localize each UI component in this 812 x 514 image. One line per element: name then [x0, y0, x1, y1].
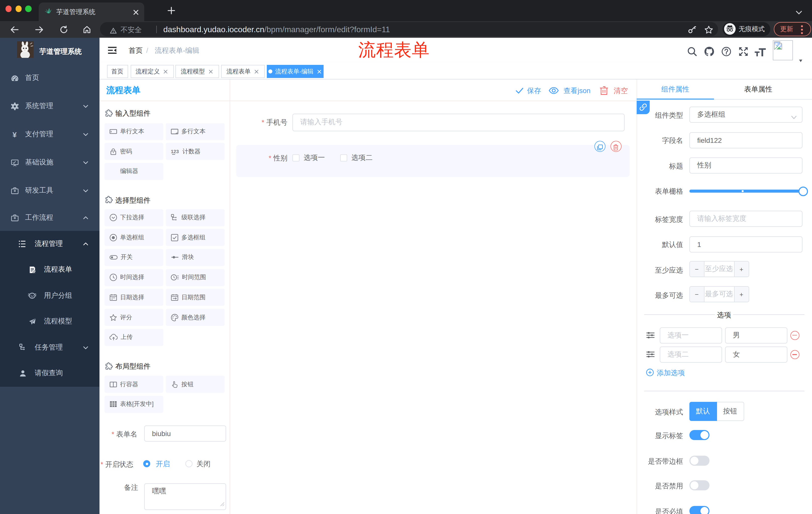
svg-text:123: 123 — [171, 148, 179, 154]
